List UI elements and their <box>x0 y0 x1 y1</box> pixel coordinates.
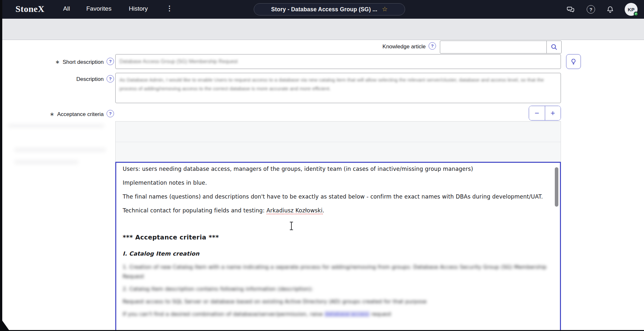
required-marker: ∗ <box>50 111 54 117</box>
shrink-editor-button[interactable]: − <box>529 106 545 120</box>
editor-redacted-paragraph-3: Request access to SQL Server or database… <box>123 297 547 306</box>
search-icon <box>550 43 558 51</box>
top-nav-bar: StoneX All Favorites History ⋮ Story - D… <box>0 0 644 19</box>
toolbar-divider <box>116 142 561 142</box>
screen-corner-artifact <box>0 317 10 331</box>
editor-subheading-catalog-item: I. Catalog Item creation <box>123 249 547 258</box>
editor-heading-acceptance-criteria: *** Acceptance criteria *** <box>123 233 547 242</box>
user-avatar[interactable]: KP ✓ <box>625 3 638 16</box>
short-description-help-icon[interactable]: ? <box>107 58 114 65</box>
bell-glyph <box>606 5 614 14</box>
editor-redacted-paragraph-2: 2. Catalog Item description contains fol… <box>123 284 547 294</box>
description-help-icon[interactable]: ? <box>107 75 114 83</box>
nav-item-favorites[interactable]: Favorites <box>86 5 111 12</box>
editor-note-1: Implementation notes in blue. <box>123 179 547 187</box>
avatar-initials: KP <box>628 7 635 12</box>
short-description-label: ∗Short description <box>19 59 104 65</box>
lightbulb-icon <box>569 57 578 66</box>
redacted-inline-link[interactable]: database access <box>324 311 369 317</box>
editor-resize-stepper: − + <box>529 106 561 121</box>
presence-status-dot: ✓ <box>634 12 638 16</box>
redaction-smudge <box>14 160 79 164</box>
brand-logo-text: StoneX <box>15 4 44 14</box>
editor-scrollbar-thumb[interactable] <box>555 167 558 207</box>
acceptance-criteria-help-icon[interactable]: ? <box>107 110 114 117</box>
knowledge-article-help-icon[interactable]: ? <box>429 42 436 50</box>
editor-note-2: The final names (questions) and descript… <box>123 192 547 201</box>
notifications-bell-icon[interactable] <box>606 5 614 14</box>
editor-paragraph-tech-contact: Technical contact for populating fields … <box>123 206 547 215</box>
chat-icon[interactable] <box>567 5 575 14</box>
description-value-redacted: As Database Admin, I would like to enabl… <box>116 73 561 95</box>
app-root: StoneX All Favorites History ⋮ Story - D… <box>0 0 644 331</box>
richtext-toolbar <box>115 121 561 162</box>
screen-edge-left <box>0 0 2 331</box>
acceptance-criteria-label: ∗Acceptance criteria <box>13 111 104 118</box>
knowledge-article-search-button[interactable] <box>546 41 561 53</box>
editor-redacted-paragraph-4: If you can't find a desired combination … <box>123 309 547 319</box>
chat-bubbles-glyph <box>567 5 575 14</box>
acceptance-criteria-editor-body[interactable]: Users: users needing database access, ma… <box>115 162 561 331</box>
knowledge-article-field <box>440 41 562 54</box>
record-header-bar <box>0 19 644 40</box>
description-textarea[interactable]: As Database Admin, I would like to enabl… <box>115 73 561 103</box>
editor-redacted-paragraph-1: 1. Creation of new Catalog Item with a n… <box>123 262 547 281</box>
description-label: Description <box>19 76 104 83</box>
required-marker: ∗ <box>55 59 60 65</box>
editor-paragraph-users: Users: users needing database access, ma… <box>123 165 547 173</box>
short-description-input[interactable]: Database Access Group (SG) Membership Re… <box>115 54 561 69</box>
grow-editor-button[interactable]: + <box>545 106 561 120</box>
nav-item-all[interactable]: All <box>63 5 70 12</box>
suggestion-lightbulb-button[interactable] <box>566 54 581 69</box>
short-description-value-redacted: Database Access Group (SG) Membership Re… <box>116 59 242 64</box>
nav-item-history[interactable]: History <box>129 5 148 12</box>
redaction-smudge <box>14 148 106 152</box>
context-search-pill[interactable]: Story - Database Access Group (SG) ... ☆ <box>254 3 405 15</box>
nav-overflow-menu-icon[interactable]: ⋮ <box>166 5 173 12</box>
brand-logo[interactable]: StoneX <box>15 4 44 14</box>
spellcheck-underlined-name: Arkadiusz Kozłowski <box>267 207 323 214</box>
redaction-smudge <box>8 124 104 128</box>
context-pill-title: Story - Database Access Group (SG) ... <box>271 6 377 13</box>
knowledge-article-label: Knowledge article <box>335 44 426 50</box>
knowledge-article-input[interactable] <box>440 41 546 53</box>
favorite-star-icon[interactable]: ☆ <box>382 6 388 12</box>
help-icon[interactable]: ? <box>587 5 595 14</box>
